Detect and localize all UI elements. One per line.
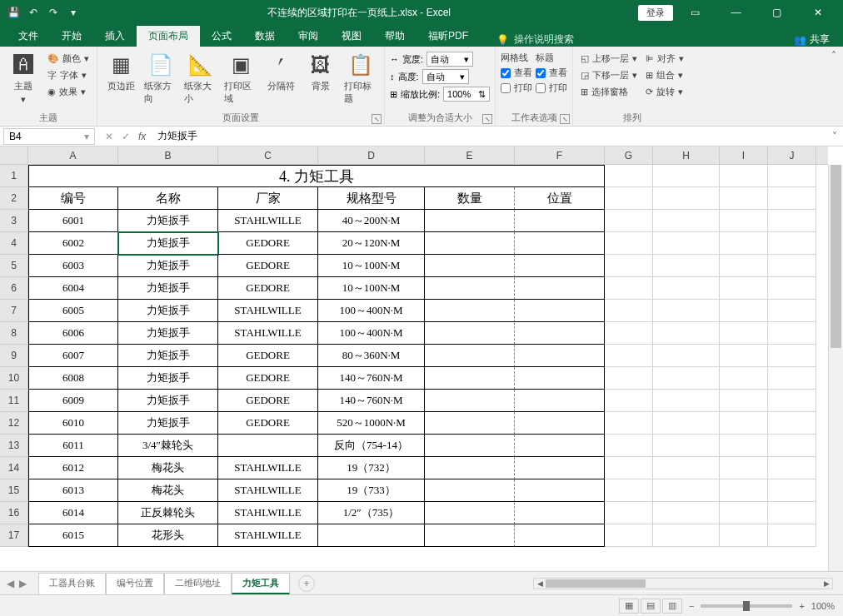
sheet-tab[interactable]: 工器具台账	[38, 573, 106, 594]
cell[interactable]	[768, 524, 816, 547]
row-header-11[interactable]: 11	[0, 390, 27, 412]
cell-grid[interactable]: 4. 力矩工具编号名称厂家规格型号数量位置6001力矩扳手STAHLWILLE4…	[28, 165, 828, 571]
minimize-icon[interactable]: —	[717, 0, 755, 25]
row-header-9[interactable]: 9	[0, 345, 27, 367]
cell[interactable]	[515, 390, 605, 412]
size-button[interactable]: 📐纸张大小	[182, 50, 219, 110]
cell[interactable]	[720, 524, 768, 547]
cell[interactable]	[768, 367, 816, 390]
col-header-E[interactable]: E	[425, 147, 515, 164]
headings-view-check[interactable]: 查看	[536, 67, 567, 79]
cell[interactable]	[653, 165, 720, 187]
cell[interactable]: 6009	[28, 390, 118, 412]
cell[interactable]: 正反棘轮头	[118, 502, 218, 524]
cell[interactable]: 力矩扳手	[118, 210, 218, 232]
tab-data[interactable]: 数据	[243, 26, 287, 47]
maximize-icon[interactable]: ▢	[758, 0, 796, 25]
col-header-F[interactable]: F	[515, 147, 605, 164]
login-button[interactable]: 登录	[638, 5, 673, 21]
cell[interactable]: STAHLWILLE	[218, 300, 318, 322]
cell[interactable]: STAHLWILLE	[218, 210, 318, 232]
cell[interactable]	[768, 277, 816, 300]
col-header-G[interactable]: G	[605, 147, 653, 164]
cell[interactable]: 数量	[425, 187, 515, 210]
cell[interactable]	[653, 435, 720, 457]
cell[interactable]: 名称	[118, 187, 218, 210]
cell[interactable]: 力矩扳手	[118, 367, 218, 390]
sendback-button[interactable]: ◲下移一层▾	[578, 68, 640, 82]
cell[interactable]: 梅花头	[118, 479, 218, 502]
col-header-H[interactable]: H	[653, 147, 720, 164]
cell[interactable]: 10～100N·M	[318, 255, 425, 277]
normal-view-button[interactable]: ▦	[619, 599, 639, 614]
cell[interactable]	[515, 479, 605, 502]
select-all-button[interactable]	[0, 147, 28, 165]
cell[interactable]: 19（732）	[318, 457, 425, 479]
bringfwd-button[interactable]: ◱上移一层▾	[578, 52, 640, 66]
cell[interactable]	[720, 367, 768, 390]
cell[interactable]	[515, 300, 605, 322]
cell[interactable]	[768, 300, 816, 322]
cell[interactable]: 6012	[28, 457, 118, 479]
cell[interactable]: 规格型号	[318, 187, 425, 210]
tell-me-search[interactable]: 💡 操作说明搜索	[496, 32, 574, 47]
cell[interactable]	[768, 390, 816, 412]
cell[interactable]	[605, 187, 653, 210]
cell[interactable]	[653, 502, 720, 524]
cell[interactable]: 花形头	[118, 524, 218, 547]
group-button[interactable]: ⊞组合▾	[643, 68, 686, 82]
cell[interactable]: 力矩扳手	[118, 300, 218, 322]
tab-view[interactable]: 视图	[330, 26, 373, 47]
vertical-scrollbar[interactable]	[828, 165, 843, 571]
cell[interactable]	[720, 502, 768, 524]
cell[interactable]	[653, 255, 720, 277]
cell[interactable]	[653, 390, 720, 412]
cell[interactable]	[720, 322, 768, 345]
cell[interactable]	[605, 255, 653, 277]
cell[interactable]: 19（733）	[318, 479, 425, 502]
cell[interactable]: STAHLWILLE	[218, 457, 318, 479]
cell[interactable]	[768, 322, 816, 345]
cell[interactable]	[720, 479, 768, 502]
tab-foxit[interactable]: 福昕PDF	[417, 26, 480, 47]
fonts-button[interactable]: 字字体▾	[45, 68, 92, 82]
cell[interactable]: 520～1000N·M	[318, 412, 425, 435]
fx-icon[interactable]: fx	[138, 131, 146, 142]
cell[interactable]	[720, 187, 768, 210]
cell[interactable]: 40～200N·M	[318, 210, 425, 232]
cell[interactable]	[605, 435, 653, 457]
cell[interactable]: 6010	[28, 412, 118, 435]
cell[interactable]: GEDORE	[218, 232, 318, 255]
rotate-button[interactable]: ⟳旋转▾	[643, 85, 686, 99]
width-select[interactable]: 自动▾	[426, 52, 473, 67]
zoom-in-button[interactable]: +	[799, 601, 804, 611]
cell[interactable]	[768, 255, 816, 277]
cell[interactable]	[653, 457, 720, 479]
cell[interactable]	[720, 457, 768, 479]
gridlines-view-check[interactable]: 查看	[501, 67, 532, 79]
cell[interactable]	[653, 187, 720, 210]
cell[interactable]	[605, 165, 653, 187]
printtitles-button[interactable]: 📋打印标题	[342, 50, 379, 110]
selection-button[interactable]: ⊞选择窗格	[578, 85, 640, 99]
cancel-formula-icon[interactable]: ✕	[105, 131, 113, 142]
scale-spinner[interactable]: 100%⇅	[443, 87, 490, 102]
align-button[interactable]: ⊫对齐▾	[643, 52, 686, 66]
cell[interactable]	[605, 277, 653, 300]
cell[interactable]	[653, 210, 720, 232]
cell[interactable]	[768, 435, 816, 457]
cell[interactable]: 6005	[28, 300, 118, 322]
cell[interactable]	[515, 277, 605, 300]
ribbon-display-icon[interactable]: ▭	[676, 0, 714, 25]
cell[interactable]	[425, 479, 515, 502]
cell[interactable]	[768, 457, 816, 479]
cell[interactable]	[425, 412, 515, 435]
cell[interactable]: 1/2″（735）	[318, 502, 425, 524]
zoom-level[interactable]: 100%	[811, 601, 835, 611]
cell[interactable]	[425, 322, 515, 345]
hscroll-right-icon[interactable]: ▶	[821, 579, 832, 589]
cell[interactable]: STAHLWILLE	[218, 322, 318, 345]
cell[interactable]: GEDORE	[218, 345, 318, 367]
cell[interactable]	[653, 367, 720, 390]
cell[interactable]	[425, 457, 515, 479]
